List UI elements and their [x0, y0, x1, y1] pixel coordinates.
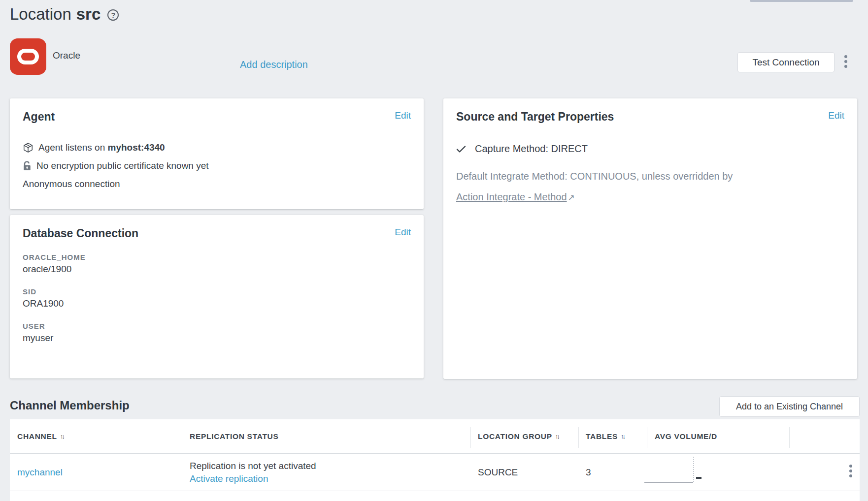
- location-name: src: [76, 5, 101, 23]
- location-actions-kebab-icon[interactable]: [842, 53, 849, 70]
- column-header-channel[interactable]: CHANNEL ↑↓: [17, 419, 65, 453]
- field-label: ORACLE_HOME: [23, 253, 411, 261]
- field-value: oracle/1900: [23, 264, 411, 275]
- activate-replication-link[interactable]: Activate replication: [190, 473, 268, 484]
- column-label: CHANNEL: [17, 432, 57, 441]
- page-title: Locationsrc ?: [10, 5, 119, 24]
- table-header-row: CHANNEL ↑↓ REPLICATION STATUS LOCATION G…: [10, 419, 860, 453]
- agent-anonymous-line: Anonymous connection: [23, 179, 411, 189]
- column-label: AVG VOLUME/D: [655, 432, 717, 441]
- sort-icon[interactable]: ↑↓: [555, 433, 560, 440]
- db-edit-link[interactable]: Edit: [395, 227, 411, 238]
- user-field: USER myuser: [23, 322, 411, 344]
- column-header-tables[interactable]: TABLES ↑↓: [586, 419, 626, 453]
- agent-listen-line: Agent listens on myhost:4340: [23, 142, 411, 153]
- sort-icon[interactable]: ↑↓: [621, 433, 626, 440]
- column-divider: [183, 427, 183, 448]
- tables-count-cell: 3: [586, 454, 591, 491]
- database-connection-card: Database Connection Edit ORACLE_HOME ora…: [10, 215, 424, 378]
- column-label: REPLICATION STATUS: [190, 432, 279, 441]
- oracle-ring-shape: [17, 49, 39, 64]
- agent-card-title: Agent: [23, 110, 55, 124]
- field-label: USER: [23, 322, 411, 330]
- location-group-cell: SOURCE: [478, 454, 518, 491]
- agent-edit-link[interactable]: Edit: [395, 110, 411, 121]
- integrate-default-text: Default Integrate Method: CONTINUOUS, un…: [456, 171, 733, 182]
- st-card-title: Source and Target Properties: [456, 110, 614, 124]
- add-to-existing-channel-button[interactable]: Add to an Existing Channel: [719, 396, 860, 417]
- external-link-arrow-icon: ↗: [568, 191, 575, 204]
- check-icon: [456, 145, 466, 153]
- package-icon: [23, 142, 33, 153]
- agent-encryption-text: No encryption public certificate known y…: [36, 160, 209, 171]
- channel-cell: mychannel: [17, 454, 63, 491]
- field-label: SID: [23, 287, 411, 296]
- avg-volume-empty-value: [696, 477, 701, 479]
- channel-membership-table: CHANNEL ↑↓ REPLICATION STATUS LOCATION G…: [10, 419, 860, 501]
- row-actions-kebab-icon[interactable]: [847, 463, 854, 479]
- column-divider: [647, 427, 647, 448]
- help-icon[interactable]: ?: [107, 9, 119, 21]
- action-integrate-method-link[interactable]: Action Integrate - Method: [456, 191, 567, 202]
- table-row: mychannel Replication is not yet activat…: [10, 453, 860, 491]
- channel-link[interactable]: mychannel: [17, 467, 63, 478]
- capture-method-line: Capture Method: DIRECT: [456, 143, 844, 155]
- agent-listen-text: Agent listens on: [38, 142, 105, 153]
- scrolled-element-remnant: [750, 0, 853, 2]
- unlocked-padlock-icon: [23, 161, 32, 171]
- column-divider: [578, 427, 579, 448]
- field-value: ORA1900: [23, 298, 411, 309]
- capture-method-text: Capture Method: DIRECT: [475, 143, 588, 155]
- add-description-link[interactable]: Add description: [240, 59, 308, 70]
- column-divider: [470, 427, 471, 448]
- test-connection-button[interactable]: Test Connection: [737, 52, 835, 72]
- agent-host-port: myhost:4340: [107, 142, 165, 153]
- column-label: LOCATION GROUP: [478, 432, 552, 441]
- replication-status-cell: Replication is not yet activated Activat…: [190, 454, 316, 491]
- sparkline-baseline: [644, 482, 693, 483]
- agent-encryption-line: No encryption public certificate known y…: [23, 160, 411, 171]
- status-text: Replication is not yet activated: [190, 461, 316, 471]
- column-header-location-group[interactable]: LOCATION GROUP ↑↓: [478, 419, 560, 453]
- channel-membership-title: Channel Membership: [10, 399, 130, 412]
- oracle-logo-icon: [10, 38, 46, 75]
- avg-volume-sparkline: [644, 457, 708, 489]
- page-title-prefix: Location: [10, 5, 71, 23]
- integrate-method-note: Default Integrate Method: CONTINUOUS, un…: [456, 168, 844, 205]
- agent-anonymous-text: Anonymous connection: [23, 179, 120, 189]
- st-edit-link[interactable]: Edit: [828, 110, 844, 121]
- db-type-label: Oracle: [53, 50, 80, 61]
- column-header-replication-status: REPLICATION STATUS: [190, 419, 279, 453]
- db-card-title: Database Connection: [23, 227, 138, 240]
- column-divider: [789, 427, 790, 448]
- agent-card: Agent Edit Agent listens on myhost:4340 …: [10, 98, 424, 209]
- sid-field: SID ORA1900: [23, 287, 411, 309]
- source-target-properties-card: Source and Target Properties Edit Captur…: [443, 98, 857, 379]
- sparkline-dashed-axis: [693, 457, 694, 482]
- field-value: myuser: [23, 333, 411, 344]
- sort-icon[interactable]: ↑↓: [60, 433, 65, 440]
- oracle-home-field: ORACLE_HOME oracle/1900: [23, 253, 411, 275]
- column-label: TABLES: [586, 432, 618, 441]
- column-header-avg-volume: AVG VOLUME/D: [655, 419, 717, 453]
